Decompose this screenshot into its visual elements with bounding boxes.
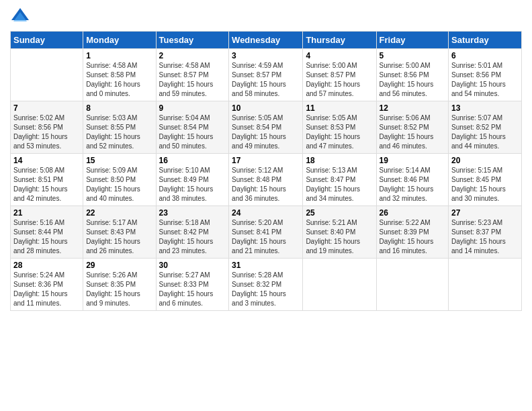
header (10, 7, 522, 27)
calendar-cell (303, 259, 376, 311)
day-number: 5 (380, 51, 446, 60)
day-number: 20 (451, 156, 519, 165)
day-number: 3 (232, 51, 300, 60)
week-row-1: 1Sunrise: 4:58 AMSunset: 8:58 PMDaylight… (11, 49, 522, 101)
day-number: 28 (13, 261, 80, 270)
day-info: Sunrise: 5:10 AMSunset: 8:49 PMDaylight:… (159, 166, 226, 203)
calendar-cell: 6Sunrise: 5:01 AMSunset: 8:56 PMDaylight… (449, 49, 522, 101)
calendar-cell: 26Sunrise: 5:22 AMSunset: 8:39 PMDayligh… (376, 206, 449, 259)
day-info: Sunrise: 5:00 AMSunset: 8:57 PMDaylight:… (306, 61, 373, 99)
calendar-cell: 3Sunrise: 4:59 AMSunset: 8:57 PMDaylight… (229, 49, 303, 101)
main-container: SundayMondayTuesdayWednesdayThursdayFrid… (0, 0, 532, 318)
day-number: 29 (86, 261, 152, 270)
day-number: 8 (86, 103, 152, 113)
calendar-cell: 24Sunrise: 5:20 AMSunset: 8:41 PMDayligh… (229, 206, 303, 259)
day-number: 7 (13, 103, 80, 113)
day-number: 10 (232, 103, 300, 113)
logo-icon (10, 7, 30, 27)
day-info: Sunrise: 5:13 AMSunset: 8:47 PMDaylight:… (306, 166, 373, 203)
day-number: 12 (380, 103, 446, 113)
day-number: 17 (232, 156, 300, 165)
day-number: 21 (13, 208, 80, 218)
week-row-2: 7Sunrise: 5:02 AMSunset: 8:56 PMDaylight… (11, 101, 522, 154)
calendar-cell (11, 49, 83, 101)
day-number: 1 (86, 51, 152, 60)
day-info: Sunrise: 5:00 AMSunset: 8:56 PMDaylight:… (380, 61, 446, 99)
day-number: 23 (159, 208, 226, 218)
calendar-cell: 16Sunrise: 5:10 AMSunset: 8:49 PMDayligh… (156, 154, 229, 206)
calendar-cell: 15Sunrise: 5:09 AMSunset: 8:50 PMDayligh… (83, 154, 156, 206)
calendar-cell: 17Sunrise: 5:12 AMSunset: 8:48 PMDayligh… (229, 154, 303, 206)
day-info: Sunrise: 5:05 AMSunset: 8:53 PMDaylight:… (306, 113, 373, 151)
calendar-cell: 5Sunrise: 5:00 AMSunset: 8:56 PMDaylight… (376, 49, 449, 101)
day-info: Sunrise: 5:18 AMSunset: 8:42 PMDaylight:… (159, 218, 226, 256)
week-row-3: 14Sunrise: 5:08 AMSunset: 8:51 PMDayligh… (11, 154, 522, 206)
calendar-cell: 1Sunrise: 4:58 AMSunset: 8:58 PMDaylight… (83, 49, 156, 101)
day-info: Sunrise: 5:22 AMSunset: 8:39 PMDaylight:… (380, 218, 446, 256)
day-info: Sunrise: 5:01 AMSunset: 8:56 PMDaylight:… (451, 61, 519, 99)
day-info: Sunrise: 5:02 AMSunset: 8:56 PMDaylight:… (13, 113, 80, 151)
day-number: 11 (306, 103, 373, 113)
day-number: 4 (306, 51, 373, 60)
day-info: Sunrise: 5:09 AMSunset: 8:50 PMDaylight:… (86, 166, 152, 203)
day-header-friday: Friday (376, 32, 449, 49)
calendar-cell: 19Sunrise: 5:14 AMSunset: 8:46 PMDayligh… (376, 154, 449, 206)
day-info: Sunrise: 5:06 AMSunset: 8:52 PMDaylight:… (380, 113, 446, 151)
day-number: 22 (86, 208, 152, 218)
calendar-cell (376, 259, 449, 311)
day-header-monday: Monday (83, 32, 156, 49)
day-number: 24 (232, 208, 300, 218)
calendar-cell (449, 259, 522, 311)
header-row: SundayMondayTuesdayWednesdayThursdayFrid… (11, 32, 522, 49)
week-row-4: 21Sunrise: 5:16 AMSunset: 8:44 PMDayligh… (11, 206, 522, 259)
calendar-cell: 14Sunrise: 5:08 AMSunset: 8:51 PMDayligh… (11, 154, 83, 206)
day-info: Sunrise: 5:15 AMSunset: 8:45 PMDaylight:… (451, 166, 519, 203)
calendar-cell: 30Sunrise: 5:27 AMSunset: 8:33 PMDayligh… (156, 259, 229, 311)
calendar-cell: 9Sunrise: 5:04 AMSunset: 8:54 PMDaylight… (156, 101, 229, 154)
day-number: 6 (451, 51, 519, 60)
calendar-cell: 22Sunrise: 5:17 AMSunset: 8:43 PMDayligh… (83, 206, 156, 259)
calendar-cell: 20Sunrise: 5:15 AMSunset: 8:45 PMDayligh… (449, 154, 522, 206)
logo (10, 7, 32, 27)
day-info: Sunrise: 5:12 AMSunset: 8:48 PMDaylight:… (232, 166, 300, 203)
day-info: Sunrise: 5:16 AMSunset: 8:44 PMDaylight:… (13, 218, 80, 256)
calendar-table: SundayMondayTuesdayWednesdayThursdayFrid… (10, 31, 522, 311)
calendar-cell: 23Sunrise: 5:18 AMSunset: 8:42 PMDayligh… (156, 206, 229, 259)
day-header-sunday: Sunday (11, 32, 83, 49)
calendar-cell: 10Sunrise: 5:05 AMSunset: 8:54 PMDayligh… (229, 101, 303, 154)
calendar-cell: 31Sunrise: 5:28 AMSunset: 8:32 PMDayligh… (229, 259, 303, 311)
week-row-5: 28Sunrise: 5:24 AMSunset: 8:36 PMDayligh… (11, 259, 522, 311)
day-number: 16 (159, 156, 226, 165)
day-number: 2 (159, 51, 226, 60)
day-header-saturday: Saturday (449, 32, 522, 49)
day-info: Sunrise: 5:05 AMSunset: 8:54 PMDaylight:… (232, 113, 300, 151)
calendar-cell: 12Sunrise: 5:06 AMSunset: 8:52 PMDayligh… (376, 101, 449, 154)
day-number: 13 (451, 103, 519, 113)
calendar-cell: 13Sunrise: 5:07 AMSunset: 8:52 PMDayligh… (449, 101, 522, 154)
day-header-wednesday: Wednesday (229, 32, 303, 49)
day-number: 25 (306, 208, 373, 218)
day-info: Sunrise: 5:24 AMSunset: 8:36 PMDaylight:… (13, 271, 80, 308)
day-number: 18 (306, 156, 373, 165)
day-number: 30 (159, 261, 226, 270)
day-info: Sunrise: 5:03 AMSunset: 8:55 PMDaylight:… (86, 113, 152, 151)
day-info: Sunrise: 5:17 AMSunset: 8:43 PMDaylight:… (86, 218, 152, 256)
calendar-cell: 7Sunrise: 5:02 AMSunset: 8:56 PMDaylight… (11, 101, 83, 154)
day-header-thursday: Thursday (303, 32, 376, 49)
day-info: Sunrise: 5:08 AMSunset: 8:51 PMDaylight:… (13, 166, 80, 203)
calendar-cell: 2Sunrise: 4:58 AMSunset: 8:57 PMDaylight… (156, 49, 229, 101)
day-info: Sunrise: 5:28 AMSunset: 8:32 PMDaylight:… (232, 271, 300, 308)
day-info: Sunrise: 5:20 AMSunset: 8:41 PMDaylight:… (232, 218, 300, 256)
calendar-cell: 25Sunrise: 5:21 AMSunset: 8:40 PMDayligh… (303, 206, 376, 259)
day-info: Sunrise: 5:27 AMSunset: 8:33 PMDaylight:… (159, 271, 226, 308)
day-info: Sunrise: 4:58 AMSunset: 8:58 PMDaylight:… (86, 61, 152, 99)
day-number: 19 (380, 156, 446, 165)
day-info: Sunrise: 5:26 AMSunset: 8:35 PMDaylight:… (86, 271, 152, 308)
calendar-cell: 18Sunrise: 5:13 AMSunset: 8:47 PMDayligh… (303, 154, 376, 206)
calendar-cell: 21Sunrise: 5:16 AMSunset: 8:44 PMDayligh… (11, 206, 83, 259)
day-info: Sunrise: 4:59 AMSunset: 8:57 PMDaylight:… (232, 61, 300, 99)
day-number: 27 (451, 208, 519, 218)
day-info: Sunrise: 5:14 AMSunset: 8:46 PMDaylight:… (380, 166, 446, 203)
day-number: 15 (86, 156, 152, 165)
day-info: Sunrise: 5:07 AMSunset: 8:52 PMDaylight:… (451, 113, 519, 151)
